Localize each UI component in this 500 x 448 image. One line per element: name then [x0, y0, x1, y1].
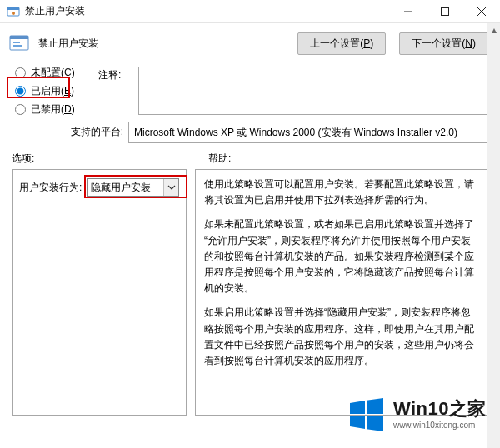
- svg-rect-9: [12, 42, 20, 43]
- policy-icon: [8, 34, 30, 52]
- minimize-button[interactable]: [390, 0, 427, 23]
- watermark-url: www.win10xitong.com: [393, 421, 487, 430]
- help-header: 帮助:: [208, 152, 488, 166]
- next-setting-button[interactable]: 下一个设置(N): [399, 32, 488, 55]
- window-title: 禁止用户安装: [25, 4, 390, 18]
- behavior-label: 用户安装行为:: [19, 181, 82, 195]
- radio-disabled-label: 已禁用(D): [31, 102, 75, 117]
- annotation-enabled-highlight: [7, 77, 70, 98]
- svg-marker-12: [367, 398, 383, 414]
- help-paragraph-3: 如果启用此策略设置并选择“隐藏用户安装”，则安装程序将忽略按照每个用户安装的应用…: [204, 305, 479, 369]
- platform-box: Microsoft Windows XP 或 Windows 2000 (安装有…: [128, 122, 488, 143]
- help-paragraph-1: 使用此策略设置可以配置用户安装。若要配置此策略设置，请将其设置为已启用并使用下拉…: [204, 177, 479, 208]
- policy-title: 禁止用户安装: [37, 37, 291, 51]
- options-pane: 用户安装行为: 隐藏用户安装: [12, 169, 187, 416]
- policy-header: 禁止用户安装 上一个设置(P) 下一个设置(N): [0, 23, 500, 60]
- watermark-text: Win10之家 www.win10xitong.com: [393, 400, 487, 430]
- svg-rect-10: [12, 45, 22, 47]
- annotation-select-highlight: [84, 175, 188, 198]
- svg-rect-1: [8, 7, 19, 10]
- watermark: Win10之家 www.win10xitong.com: [348, 396, 487, 433]
- panes: 用户安装行为: 隐藏用户安装 使用此策略设置可以配置用户安装。若要配置此策略设置…: [0, 169, 500, 416]
- platform-row: 支持的平台: Microsoft Windows XP 或 Windows 20…: [0, 122, 500, 143]
- svg-marker-14: [367, 416, 383, 431]
- radio-not-configured[interactable]: 未配置(C): [15, 63, 488, 82]
- options-header: 选项:: [12, 152, 208, 166]
- svg-point-2: [12, 12, 15, 15]
- scroll-up-icon[interactable]: ▴: [488, 23, 500, 37]
- prev-setting-button[interactable]: 上一个设置(P): [298, 32, 386, 55]
- windows-logo-icon: [348, 396, 385, 433]
- radio-enabled[interactable]: 已启用(E): [15, 82, 488, 100]
- state-block: 未配置(C) 已启用(E) 已禁用(D): [0, 60, 500, 118]
- maximize-button[interactable]: [427, 0, 463, 23]
- svg-rect-4: [442, 7, 449, 15]
- svg-marker-13: [350, 416, 365, 429]
- titlebar: 禁止用户安装: [0, 0, 500, 23]
- help-pane: 使用此策略设置可以配置用户安装。若要配置此策略设置，请将其设置为已启用并使用下拉…: [195, 169, 488, 416]
- svg-marker-11: [350, 401, 365, 414]
- platform-label: 支持的平台:: [68, 122, 128, 139]
- radio-disabled-input[interactable]: [15, 104, 26, 115]
- close-button[interactable]: [463, 0, 500, 23]
- app-icon: [7, 5, 20, 18]
- radio-disabled[interactable]: 已禁用(D): [15, 100, 488, 118]
- help-paragraph-2: 如果未配置此策略设置，或者如果已启用此策略设置并选择了“允许用户安装”，则安装程…: [204, 217, 479, 296]
- options-help-headers: 选项: 帮助:: [0, 143, 500, 169]
- watermark-brand: Win10之家: [393, 400, 487, 418]
- behavior-field: 用户安装行为: 隐藏用户安装: [19, 178, 179, 197]
- svg-rect-8: [10, 36, 28, 39]
